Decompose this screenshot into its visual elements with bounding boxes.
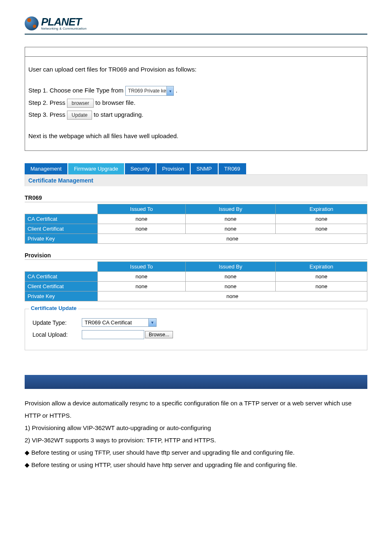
column-header: Issued By (185, 204, 276, 214)
table-row: Client Certificatnonenonenone (25, 282, 367, 291)
cell-value: none (276, 272, 367, 282)
tab-firmware-upgrade[interactable]: Firmware Upgrade (68, 163, 125, 174)
cert-table-tr069: Issued ToIssued ByExpirationCA Certifica… (25, 204, 367, 244)
cell-value: none (185, 224, 276, 234)
browser-button[interactable]: browser (67, 99, 94, 108)
cell-value: none (185, 214, 276, 224)
row-span-value: none (98, 291, 367, 301)
table-row: Client Certificatnonenonenone (25, 224, 367, 234)
step-1-post: . (176, 87, 178, 94)
column-header: Issued To (98, 204, 186, 214)
table-row: CA Certificatnonenonenone (25, 272, 367, 282)
file-type-select-value: TR069 Private ke (128, 88, 166, 94)
table-row: Private Keynone (25, 234, 367, 244)
instruction-box: User can upload cert files for TR069 and… (25, 47, 367, 151)
logo-brand: PLANET (41, 16, 87, 27)
header-divider (25, 34, 367, 35)
instruction-next: Next is the webpage which all files have… (28, 132, 364, 141)
file-type-select[interactable]: TR069 Private ke ▾ (125, 86, 174, 96)
chevron-down-icon: ▾ (166, 86, 173, 95)
tab-snmp[interactable]: SNMP (191, 163, 219, 174)
instruction-intro: User can upload cert files for TR069 and… (28, 65, 364, 74)
tab-bar: ManagementFirmware UpgradeSecurityProvis… (25, 163, 367, 174)
cell-value: none (98, 272, 186, 282)
cert-table-provision: Issued ToIssued ByExpirationCA Certifica… (25, 261, 367, 301)
update-button[interactable]: Update (67, 111, 92, 120)
table-row: CA Certificatnonenonenone (25, 214, 367, 224)
tab-tr069[interactable]: TR069 (219, 163, 247, 174)
column-header: Expiration (276, 204, 367, 214)
column-header: Issued By (185, 262, 276, 272)
section-divider-bar (25, 375, 367, 389)
row-label: CA Certificat (25, 272, 98, 282)
row-label: Client Certificat (25, 224, 98, 234)
tab-provision[interactable]: Provision (157, 163, 191, 174)
step-1: Step 1. Choose one File Type from TR069 … (28, 86, 364, 96)
row-span-value: none (98, 234, 367, 244)
instruction-box-header (25, 47, 367, 57)
row-label: CA Certificat (25, 214, 98, 224)
certificate-update-legend: Certificate Update (29, 305, 78, 311)
group-title-tr069: TR069 (25, 190, 367, 202)
group-title-provision: Provision (25, 248, 367, 260)
update-type-select[interactable]: TR069 CA Certificat ▾ (82, 318, 157, 327)
tab-management[interactable]: Management (25, 163, 68, 174)
step-2: Step 2. Press browser to browser file. (28, 98, 364, 108)
step-3-pre: Step 3. Press (28, 111, 67, 118)
prose-list-item: ◆ Before testing or using HTTP, user sho… (25, 459, 367, 471)
cell-value: none (185, 282, 276, 291)
step-2-pre: Step 2. Press (28, 99, 67, 106)
prose-list-item: ◆ Before testing or using TFTP, user sho… (25, 446, 367, 459)
column-header: Expiration (276, 262, 367, 272)
logo-icon (25, 16, 39, 30)
step-2-post: to browser file. (95, 99, 136, 106)
step-3-post: to start upgrading. (94, 111, 143, 118)
tab-security[interactable]: Security (125, 163, 157, 174)
update-type-value: TR069 CA Certificat (82, 319, 148, 326)
cell-value: none (276, 214, 367, 224)
row-label: Private Key (25, 234, 98, 244)
row-label: Client Certificat (25, 282, 98, 291)
cell-value: none (98, 214, 186, 224)
browse-button[interactable]: Browse... (145, 331, 173, 338)
step-1-pre: Step 1. Choose one File Type from (28, 87, 125, 94)
step-3: Step 3. Press Update to start upgrading. (28, 110, 364, 120)
chevron-down-icon: ▾ (148, 319, 156, 326)
logo-tagline: Networking & Communication (41, 27, 87, 30)
cell-value: none (98, 282, 186, 291)
provision-paragraph: Provision allow a device automatically r… (25, 397, 367, 422)
local-upload-input[interactable] (82, 330, 144, 339)
logo: PLANET Networking & Communication (25, 16, 367, 30)
column-header: Issued To (98, 262, 186, 272)
cell-value: none (276, 224, 367, 234)
cell-value: none (276, 282, 367, 291)
row-label: Private Key (25, 291, 98, 301)
certificate-update-panel: Certificate Update Update Type: TR069 CA… (25, 309, 367, 350)
local-upload-label: Local Upload: (32, 331, 82, 338)
update-type-label: Update Type: (32, 319, 82, 326)
cell-value: none (98, 224, 186, 234)
cell-value: none (185, 272, 276, 282)
section-title: Certificate Management (25, 174, 367, 186)
table-row: Private Keynone (25, 291, 367, 301)
prose-list-item: 2) VIP-362WT supports 3 ways to provisio… (25, 434, 367, 446)
prose-list-item: 1) Provisioning allow VIP-362WT auto-upg… (25, 422, 367, 434)
